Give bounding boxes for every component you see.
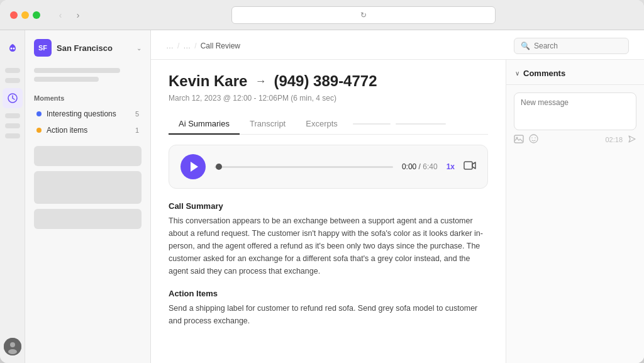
skeleton-line-1 — [34, 68, 120, 73]
sidebar-icon-placeholder-4 — [5, 123, 20, 128]
breadcrumb-item-1: … — [166, 42, 174, 50]
main-content: … / … / Call Review 🔍 Kevin Kare → — [151, 30, 644, 363]
time-display: 0:00 / 6:40 — [402, 162, 438, 171]
sidebar-item-interesting-questions[interactable]: Interesting questions 5 — [28, 106, 148, 122]
progress-indicator — [216, 164, 222, 170]
breadcrumb-item-2: … — [183, 42, 191, 50]
time-separator: / — [419, 162, 421, 171]
call-summary-text: This conversation appears to be an excha… — [169, 215, 488, 277]
comments-title: Comments — [523, 69, 565, 78]
arrow-icon: → — [255, 75, 266, 88]
comments-panel: ∨ Comments — [506, 60, 644, 363]
current-time: 0:00 — [402, 162, 416, 171]
play-button[interactable] — [180, 154, 206, 179]
maximize-button[interactable] — [33, 11, 40, 19]
emoji-icon[interactable] — [529, 134, 538, 145]
breadcrumb-sep-1: / — [177, 42, 179, 50]
comment-input[interactable] — [514, 92, 636, 130]
breadcrumb: … / … / Call Review — [166, 42, 240, 50]
tab-ai-summaries[interactable]: Ai Summaries — [169, 114, 240, 135]
app-window: ‹ › ↻ — [0, 0, 644, 363]
sidebar-header: SF San Francisco ⌄ — [25, 30, 150, 63]
call-summary-title: Call Summary — [169, 201, 488, 211]
svg-rect-7 — [514, 135, 523, 143]
sidebar-icon-placeholder-2 — [5, 78, 20, 83]
history-icon-button[interactable] — [3, 88, 23, 108]
sidebar-skeleton-bottom — [25, 138, 150, 237]
progress-bar-container[interactable] — [214, 166, 393, 168]
svg-point-1 — [13, 48, 14, 50]
action-items-label: Action items — [47, 126, 130, 135]
call-content: Kevin Kare → (949) 389-4772 March 12, 20… — [151, 60, 506, 363]
traffic-lights — [10, 11, 40, 19]
left-sidebar: SF San Francisco ⌄ Moments Interesting q… — [25, 30, 151, 363]
skeleton-line-2 — [34, 77, 99, 82]
address-bar[interactable]: ↻ — [231, 6, 496, 24]
interesting-questions-label: Interesting questions — [47, 109, 130, 118]
sidebar-item-action-items[interactable]: Action items 1 — [28, 122, 148, 138]
tab-spacer-line-1 — [353, 123, 391, 125]
action-items-dot — [36, 128, 42, 133]
interesting-questions-count: 5 — [135, 110, 139, 118]
action-items-text: Send a shipping label for customer to re… — [169, 302, 488, 327]
svg-point-4 — [10, 342, 15, 347]
tab-transcript[interactable]: Transcript — [240, 114, 296, 135]
call-meta: March 12, 2023 @ 12:00 - 12:06PM (6 min,… — [169, 94, 488, 103]
comments-header: ∨ Comments — [506, 60, 644, 85]
refresh-icon[interactable]: ↻ — [360, 11, 367, 20]
breadcrumb-current: Call Review — [201, 42, 240, 50]
sidebar-icon-placeholder-3 — [5, 113, 20, 118]
audio-player: 0:00 / 6:40 1x — [169, 145, 488, 189]
workspace-name: San Francisco — [57, 43, 131, 53]
caller-name: Kevin Kare — [169, 72, 247, 90]
tab-excerpts[interactable]: Excerpts — [296, 114, 348, 135]
tab-spacer-line-2 — [396, 123, 446, 125]
search-icon: 🔍 — [521, 42, 530, 50]
tabs: Ai Summaries Transcript Excerpts — [169, 114, 488, 135]
sidebar-icon-placeholder-1 — [5, 68, 20, 73]
action-items-title: Action Items — [169, 289, 488, 298]
interesting-questions-dot — [36, 111, 42, 116]
skeleton-block-2 — [34, 171, 142, 204]
search-box[interactable]: 🔍 — [514, 38, 629, 54]
forward-arrow[interactable]: › — [70, 8, 86, 23]
phone-number: (949) 389-4772 — [274, 72, 377, 90]
video-icon[interactable] — [464, 160, 476, 173]
comment-send-button[interactable] — [628, 135, 636, 145]
icon-sidebar-bottom — [4, 338, 21, 363]
call-title: Kevin Kare → (949) 389-4772 — [169, 72, 488, 90]
breadcrumb-sep-2: / — [194, 42, 196, 50]
skeleton-block-1 — [34, 146, 142, 166]
search-input[interactable] — [534, 42, 622, 50]
close-button[interactable] — [10, 11, 18, 19]
speed-button[interactable]: 1x — [447, 162, 455, 171]
icon-sidebar — [0, 30, 25, 363]
svg-point-0 — [10, 48, 12, 50]
image-icon[interactable] — [514, 135, 524, 145]
brand-icon[interactable] — [3, 38, 23, 58]
progress-bar[interactable] — [214, 166, 393, 168]
sidebar-icon-placeholder-5 — [5, 133, 20, 138]
svg-point-5 — [8, 349, 17, 354]
workspace-chevron[interactable]: ⌄ — [136, 45, 142, 52]
main-header: … / … / Call Review 🔍 — [151, 30, 644, 60]
app-body: SF San Francisco ⌄ Moments Interesting q… — [0, 30, 644, 363]
total-time: 6:40 — [423, 162, 437, 171]
sidebar-skeleton-top — [25, 63, 150, 87]
action-items-count: 1 — [135, 126, 139, 134]
skeleton-block-3 — [34, 209, 142, 229]
comments-chevron[interactable]: ∨ — [515, 70, 519, 77]
svg-point-9 — [530, 135, 538, 143]
titlebar: ‹ › ↻ — [0, 0, 644, 30]
nav-arrows: ‹ › — [53, 8, 86, 23]
svg-point-11 — [535, 137, 536, 138]
user-avatar[interactable] — [4, 338, 21, 355]
comment-timestamp: 02:18 — [605, 136, 623, 143]
main-body: Kevin Kare → (949) 389-4772 March 12, 20… — [151, 60, 644, 363]
svg-rect-6 — [464, 162, 472, 169]
svg-point-10 — [531, 137, 533, 138]
minimize-button[interactable] — [21, 11, 29, 19]
play-icon — [191, 162, 198, 172]
comment-input-area: 02:18 — [506, 85, 644, 363]
back-arrow[interactable]: ‹ — [53, 8, 68, 23]
